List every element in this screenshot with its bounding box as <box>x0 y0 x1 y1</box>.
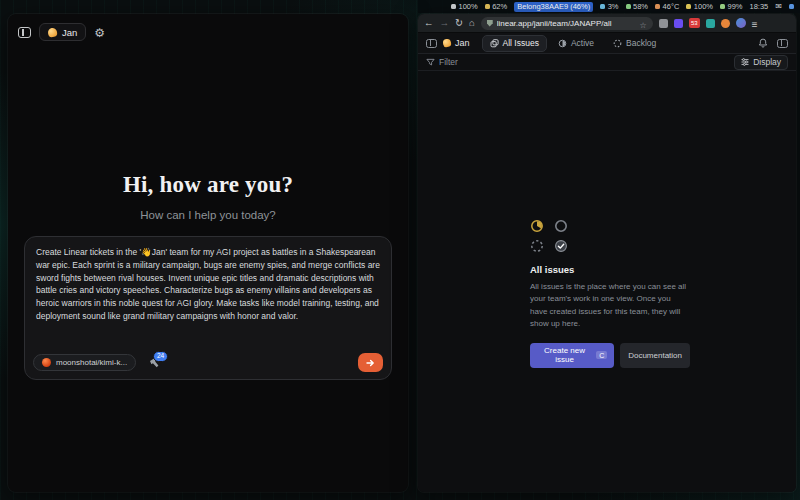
done-status-icon <box>554 239 568 253</box>
tracker-shield-icon <box>487 20 493 27</box>
send-button[interactable] <box>358 353 383 372</box>
mail-icon <box>775 2 782 11</box>
temperature-icon <box>655 4 660 9</box>
shortcut-key-hint: C <box>596 351 607 359</box>
notifications-bell-icon[interactable] <box>758 38 768 48</box>
linear-sidebar-toggle-icon[interactable] <box>426 39 437 48</box>
url-text[interactable]: linear.app/janii/team/JANAPP/all <box>497 19 636 28</box>
system-status-bar: 100% 62% Belong38AAE9 (46%) 3% 58% 46°C … <box>418 0 800 13</box>
empty-state-title: All issues <box>530 264 690 275</box>
adblock-shield-icon[interactable] <box>706 19 715 28</box>
greeting-title: Hi, how are you? <box>8 172 408 198</box>
jan-header: Jan <box>8 14 408 50</box>
create-new-issue-button[interactable]: Create new issue C <box>530 343 614 368</box>
display-options-button[interactable]: Display <box>734 55 788 70</box>
status-icons-cluster <box>530 219 690 253</box>
thread-title-pill[interactable]: Jan <box>39 23 86 41</box>
all-issues-icon <box>490 39 499 48</box>
arrow-right-icon <box>365 358 376 368</box>
wave-emoji-icon <box>442 38 451 47</box>
backlog-icon <box>613 39 622 48</box>
extension-icon-3[interactable] <box>721 19 730 28</box>
browser-window: ← → ↻ ⌂ linear.app/janii/team/JANAPP/all… <box>418 14 796 492</box>
home-button[interactable]: ⌂ <box>469 18 475 28</box>
clock: 18:35 <box>750 2 769 11</box>
model-provider-icon <box>42 358 51 367</box>
wave-emoji-icon <box>47 27 58 38</box>
profile-avatar[interactable] <box>736 18 746 28</box>
chat-input-card[interactable]: Create Linear tickets in the '👋Jan' team… <box>24 236 392 380</box>
workspace-name: Jan <box>455 38 470 48</box>
greeting-subtitle: How can I help you today? <box>8 209 408 221</box>
wifi-indicator: Belong38AAE9 (46%) <box>514 2 593 12</box>
temperature-indicator: 46°C <box>655 2 679 11</box>
tab-active[interactable]: Active <box>550 35 602 52</box>
memory-indicator: 58% <box>626 2 649 11</box>
reload-button[interactable]: ↻ <box>455 18 463 28</box>
empty-state-actions: Create new issue C Documentation <box>530 343 690 368</box>
empty-state-description: All issues is the place where you can se… <box>530 281 690 331</box>
power-indicator: 100% <box>686 2 713 11</box>
right-panel-toggle-icon[interactable] <box>777 39 788 48</box>
display-sliders-icon <box>741 58 749 66</box>
workspace-label[interactable]: Jan <box>443 38 470 48</box>
filter-funnel-icon <box>426 58 435 67</box>
bookmark-star-icon[interactable] <box>640 17 647 30</box>
in-progress-status-icon <box>530 219 544 233</box>
linear-content: All issues All issues is the place where… <box>418 71 796 492</box>
brightness-icon <box>485 4 490 9</box>
active-icon <box>558 39 567 48</box>
cpu-indicator: 3% <box>600 2 618 11</box>
back-button[interactable]: ← <box>424 18 434 28</box>
network-icon <box>789 4 794 9</box>
browser-toolbar: ← → ↻ ⌂ linear.app/janii/team/JANAPP/all… <box>418 14 796 33</box>
linear-header-right <box>758 38 788 48</box>
extension-icon-2[interactable] <box>674 19 683 28</box>
filter-bar: Filter Display <box>418 54 796 71</box>
battery-icon <box>720 4 725 9</box>
sidebar-toggle-icon[interactable] <box>18 27 31 38</box>
volume-indicator: 100% <box>451 2 478 11</box>
address-bar[interactable]: linear.app/janii/team/JANAPP/all <box>481 17 653 30</box>
browser-menu-icon[interactable] <box>752 14 758 32</box>
extension-badge-icon[interactable]: 53 <box>689 18 700 28</box>
volume-icon <box>451 4 456 9</box>
power-icon <box>686 4 691 9</box>
tools-button[interactable]: 24 <box>148 357 160 369</box>
linear-header: Jan All Issues Active <box>418 33 796 54</box>
documentation-button[interactable]: Documentation <box>620 343 690 368</box>
filter-button[interactable]: Filter <box>426 57 458 67</box>
chat-input-controls: moonshotai/kimi-k... 24 <box>33 353 383 372</box>
extension-icon-1[interactable] <box>659 19 668 28</box>
model-name: moonshotai/kimi-k... <box>56 358 127 367</box>
forward-button[interactable]: → <box>440 18 450 28</box>
welcome-block: Hi, how are you? How can I help you toda… <box>8 172 408 221</box>
chat-input-text[interactable]: Create Linear tickets in the '👋Jan' team… <box>25 237 391 332</box>
thread-title: Jan <box>62 27 77 38</box>
todo-status-icon <box>554 219 568 233</box>
cpu-icon <box>600 4 605 9</box>
model-selector[interactable]: moonshotai/kimi-k... <box>33 354 136 371</box>
jan-app-window: Jan Hi, how are you? How can I help you … <box>8 14 408 492</box>
settings-gear-icon[interactable] <box>94 23 105 41</box>
all-issues-empty-state: All issues All issues is the place where… <box>530 219 690 368</box>
view-tabs: All Issues Active Backlog <box>482 35 665 52</box>
desktop: 100% 62% Belong38AAE9 (46%) 3% 58% 46°C … <box>0 0 800 500</box>
tools-count-badge: 24 <box>153 351 168 363</box>
brightness-indicator: 62% <box>485 2 508 11</box>
battery-indicator: 99% <box>720 2 743 11</box>
tab-backlog[interactable]: Backlog <box>605 35 664 52</box>
backlog-status-icon <box>530 239 544 253</box>
tab-all-issues[interactable]: All Issues <box>482 35 547 52</box>
memory-icon <box>626 4 631 9</box>
